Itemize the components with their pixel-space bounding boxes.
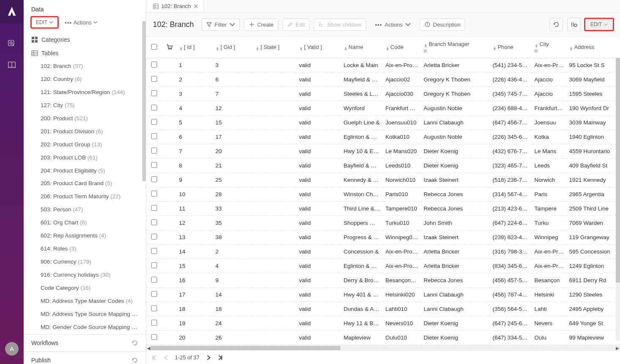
table-row[interactable]: 7 20 valid Hwy 10 & Eglinton Le Mans020 … xyxy=(146,144,620,159)
tree-item[interactable]: 601: Org Chart (6) xyxy=(24,216,146,229)
table-row[interactable]: 18 18 valid Dundas & Appleby Lahti010 La… xyxy=(146,302,620,316)
row-checkbox[interactable] xyxy=(146,259,162,273)
col-address[interactable]: ▲▼Address xyxy=(566,37,620,58)
toolbar-actions-button[interactable]: ••• Actions xyxy=(370,19,416,31)
table-row[interactable]: 17 14 valid Hwy 401 & Jane Helsinki020 L… xyxy=(146,288,620,302)
row-checkbox[interactable] xyxy=(146,331,162,345)
page-next[interactable] xyxy=(206,355,212,361)
scroll-left-icon[interactable]: ◀ xyxy=(147,346,150,351)
tree-item[interactable]: 203: Product LOB (61) xyxy=(24,151,146,164)
sidebar-edit-button[interactable]: EDIT xyxy=(31,17,58,28)
table-row[interactable]: 11 33 valid Third Line & Dundas Tampere0… xyxy=(146,202,620,216)
row-checkbox[interactable] xyxy=(146,159,162,173)
description-button[interactable]: Description xyxy=(420,19,465,31)
edit-mode-button[interactable]: EDIT xyxy=(585,19,613,30)
table-row[interactable]: 14 2 valid Concession & Aix-en-Provence0… xyxy=(146,245,620,259)
row-checkbox[interactable] xyxy=(146,187,162,202)
table-row[interactable]: 1 3 valid Locke & Main Aix-en-Provence01… xyxy=(146,58,620,73)
row-checkbox[interactable] xyxy=(146,130,162,144)
tree-item[interactable]: 127: City (75) xyxy=(24,99,146,112)
col-valid[interactable]: ▲▼[ Valid ] xyxy=(296,37,341,58)
sidebar-actions-button[interactable]: ••• Actions xyxy=(61,17,101,28)
filter-button[interactable]: Filter xyxy=(201,19,240,31)
table-row[interactable]: 15 4 valid Eglinton & Creditview Aix-en-… xyxy=(146,259,620,273)
table-row[interactable]: 13 38 valid Progress & Grand Winnipeg010… xyxy=(146,230,620,245)
tables-group[interactable]: Tables xyxy=(24,46,146,60)
row-checkbox[interactable] xyxy=(146,216,162,230)
row-checkbox[interactable] xyxy=(146,316,162,331)
tree-item[interactable]: 206: Product Term Maturity (22) xyxy=(24,190,146,203)
row-checkbox[interactable] xyxy=(146,288,162,302)
table-row[interactable]: 16 9 valid Derry & Bronte Besançon010 Re… xyxy=(146,273,620,288)
table-row[interactable]: 9 25 valid Kennedy & Ellesmere Norwich01… xyxy=(146,173,620,187)
tree-item[interactable]: 503: Person (47) xyxy=(24,203,146,216)
col-gid[interactable]: ▲▼[ Gid ] xyxy=(213,37,253,58)
sidebar-section[interactable]: Workflows xyxy=(24,334,146,351)
row-checkbox[interactable] xyxy=(146,245,162,259)
row-checkbox[interactable] xyxy=(146,101,162,116)
col-id[interactable]: ▲▼[ Id ] xyxy=(177,37,213,58)
tree-item[interactable]: 204: Product Eligibility (5) xyxy=(24,164,146,178)
tree-item[interactable]: MD: Gender Code Source Mapping (10) xyxy=(24,321,146,334)
table-row[interactable]: 3 7 valid Steeles & Laurel Ajaccio030 Gr… xyxy=(146,87,620,101)
col-phone[interactable]: ▲▼Phone xyxy=(490,37,532,58)
sidebar-section[interactable]: Publish xyxy=(24,351,146,364)
edit-button[interactable]: Edit xyxy=(283,19,310,31)
row-checkbox[interactable] xyxy=(146,273,162,288)
book-icon[interactable] xyxy=(3,57,20,73)
table-row[interactable]: 20 26 valid Mapleview Oulu010 Dieter Koe… xyxy=(146,331,620,345)
cart-column[interactable] xyxy=(162,37,177,58)
col-branch-manager[interactable]: ▲▼Branch Manager⊞ xyxy=(421,37,490,58)
tree-item[interactable]: 205: Product Card Brand (5) xyxy=(24,177,146,190)
tree-item[interactable]: 906: Currency (179) xyxy=(24,256,146,269)
row-checkbox[interactable] xyxy=(146,87,162,101)
page-last[interactable] xyxy=(218,355,223,361)
tree-item[interactable]: 201: Product Division (6) xyxy=(24,125,146,138)
row-checkbox[interactable] xyxy=(146,230,162,245)
tree-item[interactable]: 602: Rep Assignments (4) xyxy=(24,229,146,243)
table-row[interactable]: 12 35 valid Shoppers Warden Turku010 Joh… xyxy=(146,216,620,230)
vertical-scrollbar[interactable] xyxy=(616,49,620,341)
app-logo[interactable] xyxy=(0,0,24,24)
col-state[interactable]: ▲▼[ State ] xyxy=(253,37,296,58)
tree-item[interactable]: 202: Product Group (13) xyxy=(24,138,146,151)
row-checkbox[interactable] xyxy=(146,144,162,159)
show-children-button[interactable]: Show children xyxy=(314,19,366,31)
row-checkbox[interactable] xyxy=(146,73,162,87)
tree-item[interactable]: 916: Currency holidays (30) xyxy=(24,269,146,282)
col-name[interactable]: ▲▼Name xyxy=(341,37,383,58)
tree-item[interactable]: 614: Roles (3) xyxy=(24,243,146,256)
row-checkbox[interactable] xyxy=(146,116,162,130)
tree-item[interactable]: 200: Product (521) xyxy=(24,112,146,125)
tree-item[interactable]: 102: Branch (37) xyxy=(24,60,146,73)
avatar[interactable]: A xyxy=(5,342,19,356)
tab-branch[interactable]: 102: Branch ✕ xyxy=(148,0,204,12)
row-checkbox[interactable] xyxy=(146,58,162,73)
table-row[interactable]: 4 12 valid Wynford Frankfurt am Main010 … xyxy=(146,101,620,116)
horizontal-scrollbar[interactable]: ◀ ▶ xyxy=(146,345,620,351)
refresh-button[interactable] xyxy=(549,18,563,31)
create-button[interactable]: Create xyxy=(244,19,278,31)
col-city[interactable]: ▲▼City⊞ xyxy=(532,37,566,58)
table-row[interactable]: 10 28 valid Winston Churchill Paris010 R… xyxy=(146,187,620,202)
table-row[interactable]: 2 6 valid Mayfield & High Ajaccio02 Greg… xyxy=(146,73,620,87)
table-row[interactable]: 5 15 valid Guelph Line & Joensuu010 Lann… xyxy=(146,116,620,130)
page-first[interactable] xyxy=(151,355,157,361)
table-row[interactable]: 6 17 valid Eglinton & Warden Kotka010 Au… xyxy=(146,130,620,144)
tree-item[interactable]: MD: Address Type Master Codes (4) xyxy=(24,295,146,308)
scroll-right-icon[interactable]: ▶ xyxy=(616,346,619,351)
categories-group[interactable]: Categories xyxy=(24,33,146,46)
table-row[interactable]: 19 24 valid Hwy 11 & Big Bay Nevers010 D… xyxy=(146,316,620,331)
select-all-checkbox[interactable] xyxy=(146,37,162,58)
col-code[interactable]: ▲▼Code xyxy=(383,37,421,58)
close-icon[interactable]: ✕ xyxy=(193,3,199,10)
tree-item[interactable]: 121: State/Province/Region (144) xyxy=(24,86,146,99)
row-checkbox[interactable] xyxy=(146,173,162,187)
search-icon[interactable] xyxy=(3,35,20,51)
table-row[interactable]: 8 21 valid Bayfield & Heather Leeds010 D… xyxy=(146,159,620,173)
tree-item[interactable]: 120: Country (6) xyxy=(24,73,146,86)
tree-item[interactable]: Code Category (16) xyxy=(24,282,146,295)
row-checkbox[interactable] xyxy=(146,302,162,316)
sidebar-scrollbar[interactable] xyxy=(142,21,146,181)
page-prev[interactable] xyxy=(163,355,169,361)
